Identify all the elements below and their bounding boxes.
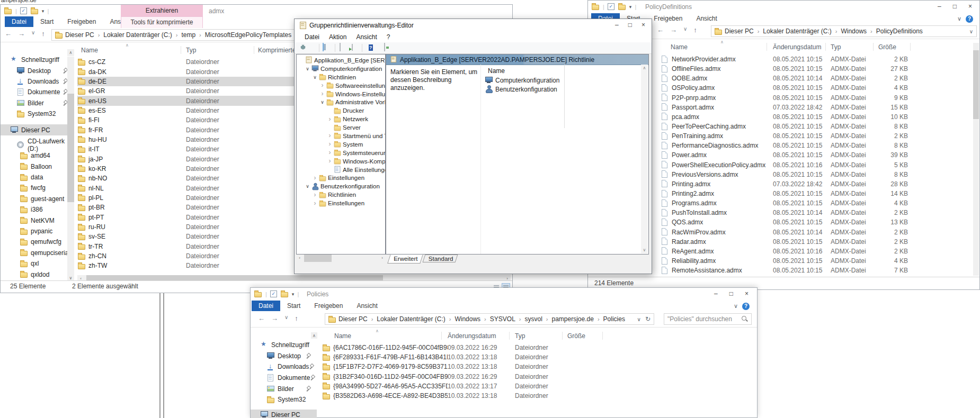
back-button[interactable]: ← — [258, 314, 265, 322]
properties-icon[interactable] — [352, 44, 353, 51]
column-header-name[interactable]: Name — [81, 47, 98, 54]
result-pane-scrollbar[interactable]: ∧ ∨ — [641, 65, 648, 253]
sidebar-item[interactable]: Schnellzugriff — [251, 340, 317, 351]
scroll-down-icon[interactable]: ∨ — [641, 247, 648, 253]
file-row[interactable]: ReAgent.admx 08.05.2021 10:16 ADMX-Datei… — [661, 247, 915, 256]
refresh-icon[interactable]: ↻ — [645, 315, 651, 323]
search-input[interactable]: "Policies" durchsuchen — [664, 313, 752, 325]
breadcrumb-item[interactable]: SYSVOL — [490, 315, 525, 323]
new-folder-icon[interactable] — [280, 290, 289, 298]
sidebar-item[interactable]: data — [1, 172, 74, 183]
menu-item[interactable]: Aktion — [324, 32, 351, 42]
tree-expander-icon[interactable] — [326, 140, 333, 148]
tree-item[interactable]: Softwareeinstellunge — [297, 81, 385, 90]
sidebar-scroll-up[interactable]: ∧ — [67, 49, 74, 56]
tree-hscroll-left[interactable]: ‹ — [296, 255, 303, 262]
breadcrumb-item[interactable]: Dieser PC — [65, 31, 103, 39]
ribbon-collapse-icon[interactable]: ∨ — [734, 303, 738, 310]
sidebar-item[interactable]: Schnellzugriff — [1, 54, 74, 65]
properties-check-icon[interactable]: ✓ — [20, 7, 27, 14]
tree-expander-icon[interactable] — [311, 174, 318, 182]
sidebar-item[interactable]: qxldod — [1, 269, 74, 279]
file-row[interactable]: {98A34990-5D27-46A6-95A5-ACC335FD5... 10… — [322, 381, 619, 391]
sidebar-item[interactable]: Desktop — [251, 351, 317, 362]
ribbon-tab[interactable]: Ansicht — [350, 301, 384, 311]
ribbon-tab[interactable]: Datei — [252, 301, 280, 311]
tree-item[interactable]: Drucker — [297, 106, 385, 115]
tree-expander-icon[interactable] — [311, 199, 318, 207]
file-row[interactable]: PenTraining.admx 08.05.2021 10:15 ADMX-D… — [661, 131, 915, 141]
sidebar-item[interactable]: fwcfg — [1, 183, 74, 193]
breadcrumb-item[interactable]: Dieser PC — [725, 28, 763, 35]
breadcrumb-item[interactable]: Dieser PC — [338, 315, 377, 323]
help-icon[interactable]: ? — [369, 44, 373, 51]
forward-button[interactable]: → — [18, 30, 25, 38]
file-row[interactable]: OSPolicy.admx 08.05.2021 10:15 ADMX-Date… — [661, 83, 915, 93]
sidebar-item[interactable]: CD-Laufwerk (D:) — [1, 140, 74, 150]
tree-item[interactable]: Benutzerkonfiguration — [297, 182, 385, 190]
breadcrumb-item[interactable]: Windows — [455, 315, 489, 323]
breadcrumb-item[interactable]: Lokaler Datenträger (C:) — [103, 31, 181, 39]
file-row[interactable]: P2P-pnrp.admx 08.05.2021 10:15 ADMX-Date… — [661, 93, 915, 103]
tree-hscroll-right[interactable]: › — [379, 255, 386, 262]
sidebar-item[interactable]: qxl — [1, 258, 74, 269]
sidebar-item[interactable]: Downloads — [251, 361, 317, 372]
tree-expander-icon[interactable] — [319, 98, 326, 106]
back-button[interactable]: ← — [657, 26, 664, 34]
breadcrumb-item[interactable]: Windows — [841, 28, 876, 35]
sidebar-item[interactable]: Downloads — [1, 76, 74, 87]
tree-item[interactable]: Richtlinien — [297, 190, 385, 199]
menu-item[interactable]: Datei — [300, 32, 324, 42]
breadcrumb-item[interactable]: MicrosoftEdgePolicyTemplates — [205, 31, 301, 39]
address-box[interactable]: Dieser PCLokaler Datenträger (C:)Windows… — [711, 25, 977, 37]
file-row[interactable]: PreviousVersions.admx 08.05.2021 10:15 A… — [661, 170, 915, 179]
breadcrumb-item[interactable]: temp — [181, 31, 204, 39]
tree-item[interactable]: Alle Einstellungen — [297, 166, 385, 174]
sidebar-item[interactable]: System32 — [1, 108, 74, 119]
tree-item[interactable]: Systemsteuerung — [297, 149, 385, 157]
column-header-typ[interactable]: Typ — [515, 332, 525, 340]
minimize-button[interactable]: – — [615, 21, 619, 29]
address-dropdown-icon[interactable]: ∨ — [969, 29, 973, 34]
configuration-item[interactable]: Benutzerkonfiguration — [485, 85, 562, 94]
tree-item[interactable]: Netzwerk — [297, 115, 385, 123]
up-button[interactable]: ↑ — [295, 314, 298, 322]
vscrollbar-thumb[interactable] — [973, 50, 979, 119]
minimize-button[interactable]: – — [714, 289, 718, 298]
ribbon-tab[interactable]: Start — [280, 301, 307, 311]
tree-item[interactable]: Windows-Kompo — [297, 157, 385, 166]
forward-button[interactable]: → — [670, 26, 677, 34]
configuration-item[interactable]: Computerkonfiguration — [485, 76, 562, 85]
recent-locations-icon[interactable]: ∨ — [683, 26, 687, 34]
new-folder-icon[interactable] — [618, 3, 626, 11]
tree-expander-icon[interactable] — [326, 157, 333, 165]
tab-erweitert[interactable]: Erweitert — [387, 255, 423, 263]
column-header-size[interactable]: Größe — [567, 332, 585, 340]
context-tab-compressed-tools[interactable]: Tools für komprimierte Ordner — [121, 16, 203, 28]
sidebar-item[interactable]: guest-agent — [1, 194, 74, 204]
tree-expander-icon[interactable] — [304, 65, 311, 72]
file-row[interactable]: RemoteAssistance.admx 08.05.2021 10:15 A… — [661, 266, 915, 275]
column-header-name[interactable]: Name — [334, 332, 351, 340]
properties-check-icon[interactable]: ✓ — [270, 290, 277, 297]
file-row[interactable]: PeerToPeerCaching.admx 08.05.2021 10:15 … — [661, 122, 915, 131]
up-button[interactable]: ↑ — [41, 30, 45, 38]
search-icon[interactable] — [742, 316, 748, 322]
file-row[interactable]: Printing.admx 07.03.2022 18:42 ADMX-Date… — [661, 179, 915, 189]
file-row[interactable]: Programs.admx 08.05.2021 10:15 ADMX-Date… — [661, 198, 915, 208]
tree-item[interactable]: Windows-Einstellung — [297, 90, 385, 98]
file-row[interactable]: Printing2.admx 08.05.2021 10:15 ADMX-Dat… — [661, 189, 915, 198]
file-row[interactable]: OfflineFiles.admx 08.05.2021 10:15 ADMX-… — [661, 64, 915, 74]
file-row[interactable]: QOS.admx 08.05.2021 10:15 ADMX-Datei 13 … — [661, 217, 915, 227]
tree-item[interactable]: Richtlinien — [297, 73, 385, 81]
recent-locations-icon[interactable]: ∨ — [31, 30, 35, 38]
ribbon-tab[interactable]: Datei — [5, 16, 33, 27]
file-row[interactable]: {B3582D63-A698-4ECE-A892-BE4D3B50D... 10… — [322, 391, 619, 401]
sidebar-item[interactable]: Dokumente — [1, 87, 74, 97]
sidebar-item[interactable]: qemupciserial — [1, 248, 74, 258]
file-row[interactable]: {15F1B7F2-D7F2-4069-9179-8C59B371A8... 1… — [322, 362, 619, 371]
sidebar-item[interactable]: System32 — [251, 394, 317, 405]
tree-item[interactable]: Einstellungen — [297, 174, 385, 182]
menu-item[interactable]: ? — [382, 32, 395, 42]
address-dropdown-icon[interactable]: ∨ — [637, 316, 641, 322]
